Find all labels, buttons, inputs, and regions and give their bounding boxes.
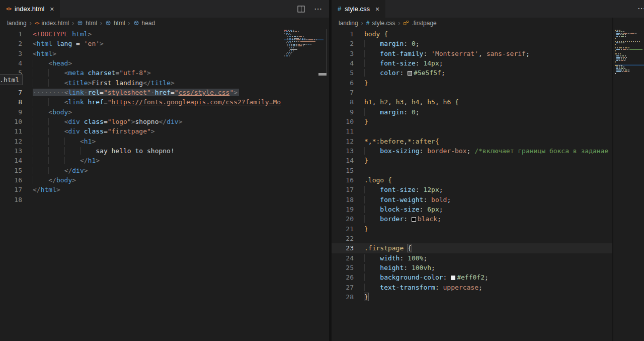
code-line[interactable]: height: 100vh; — [364, 263, 435, 272]
code-line[interactable]: margin: 0; — [364, 39, 420, 48]
minimap-segment — [288, 42, 289, 43]
code-token — [33, 98, 64, 106]
minimap-segment — [615, 30, 616, 31]
code-line[interactable]: ········<link·rel="stylesheet"·href="css… — [33, 88, 239, 97]
code-token: < — [33, 40, 37, 47]
breadcrumb-item[interactable]: landing — [7, 20, 27, 27]
code-line[interactable]: <title>First landing</title> — [33, 78, 175, 88]
code-row: 5 <meta charset="utf-8"> — [0, 68, 284, 78]
scrollbar-handle[interactable] — [318, 73, 327, 76]
breadcrumb-item[interactable]: html — [105, 20, 125, 27]
code-line[interactable]: margin: 0; — [364, 107, 420, 117]
code-token — [364, 264, 380, 271]
code-row: 2 margin: 0; — [332, 39, 612, 48]
minimap-segment — [619, 36, 620, 37]
minimap-segment — [294, 39, 295, 40]
code-token: say hello to shopno! — [96, 147, 175, 155]
code-line[interactable]: font-size: 12px; — [364, 185, 443, 194]
code-token: ; — [467, 147, 475, 155]
minimap-segment — [287, 41, 288, 42]
code-line[interactable]: <div class="firstpage"> — [33, 126, 155, 136]
code-line[interactable]: border: black; — [364, 214, 441, 224]
minimap[interactable] — [615, 29, 644, 74]
code-line[interactable]: } — [364, 156, 368, 165]
tab-index-html[interactable]: <> index.html × — [0, 0, 60, 18]
code-line[interactable]: background-color: #eff0f2; — [364, 272, 489, 282]
code-token: </ — [159, 118, 167, 125]
code-line[interactable]: box-sizing: border-box; /*включает грани… — [364, 146, 612, 156]
code-token: , — [388, 98, 396, 106]
code-token — [84, 69, 88, 77]
breadcrumb-item[interactable]: head — [133, 20, 155, 27]
code-editor[interactable]: 1<!DOCTYPE html>2<html lang = 'en'>3<htm… — [0, 29, 284, 341]
code-line[interactable]: text-transform: uppercase; — [364, 283, 482, 292]
code-line[interactable]: <h1> — [33, 137, 96, 146]
code-line[interactable]: </html> — [33, 185, 60, 194]
more-actions-icon[interactable]: ⋯ — [637, 5, 644, 13]
code-line[interactable]: } — [364, 78, 368, 88]
close-tab-icon[interactable]: × — [375, 5, 379, 13]
code-line[interactable]: font-family: 'Montserrat', sans-serif; — [364, 49, 530, 58]
minimap-segment — [621, 41, 622, 42]
code-line[interactable]: width: 100%; — [364, 253, 427, 263]
more-actions-icon[interactable]: ⋯ — [314, 5, 322, 13]
minimap-segment — [287, 52, 288, 53]
code-line[interactable]: </h1> — [33, 156, 100, 165]
code-line[interactable]: } — [364, 292, 368, 302]
minimap[interactable] — [284, 29, 324, 58]
line-number: 10 — [332, 117, 354, 126]
minimap-segment — [289, 50, 290, 51]
code-line[interactable]: <!DOCTYPE html> — [33, 29, 92, 39]
code-token: class — [84, 118, 104, 125]
minimap-segment — [293, 45, 295, 46]
code-token — [33, 167, 64, 174]
close-tab-icon[interactable]: × — [50, 5, 54, 13]
code-line[interactable]: <body> — [33, 107, 72, 117]
breadcrumb-item[interactable]: #style.css — [366, 20, 395, 27]
split-editor-icon[interactable] — [297, 6, 305, 13]
minimap-segment — [293, 47, 294, 48]
code-line[interactable]: .firstpage { — [364, 243, 412, 253]
code-line[interactable]: say hello to shopno! — [33, 146, 175, 156]
line-number: 22 — [332, 234, 354, 243]
minimap-segment — [615, 73, 616, 74]
code-line[interactable]: *,*:before,*:after{ — [364, 137, 439, 146]
code-line[interactable]: color: #5e5f5f; — [364, 68, 445, 78]
code-line[interactable]: .logo { — [364, 175, 392, 185]
code-line[interactable]: <html> — [33, 49, 56, 58]
code-line[interactable]: body { — [364, 29, 388, 39]
code-line[interactable]: } — [364, 117, 368, 126]
tab-style-css[interactable]: # style.css × — [332, 0, 385, 18]
code-editor[interactable]: 1body {2 margin: 0;3 font-family: 'Monts… — [332, 29, 612, 341]
code-row: 21} — [332, 224, 612, 234]
line-number: 10 — [0, 117, 22, 126]
code-line[interactable]: <html lang = 'en'> — [33, 39, 104, 48]
line-number: 18 — [0, 195, 22, 204]
code-line[interactable]: } — [364, 224, 368, 234]
code-line[interactable]: <div class="logo">shopno</div> — [33, 117, 182, 126]
code-line[interactable]: <head> — [33, 58, 72, 68]
code-token: > — [92, 138, 96, 145]
code-token: : — [399, 254, 408, 262]
minimap-segment — [290, 34, 291, 35]
code-line[interactable]: font-size: 14px; — [364, 58, 443, 68]
breadcrumb-item[interactable]: .firstpage — [403, 20, 436, 27]
breadcrumb-item[interactable]: <>index.html — [35, 20, 69, 27]
breadcrumb-item[interactable]: landing — [339, 20, 358, 27]
code-line[interactable]: <link href="https://fonts.googleapis.com… — [33, 97, 281, 107]
code-token: , — [368, 138, 372, 145]
breadcrumb-item[interactable]: html — [77, 20, 97, 27]
code-line[interactable]: font-weight: bold; — [364, 195, 451, 204]
code-line[interactable]: </body> — [33, 175, 76, 185]
code-row: 9 <body> — [0, 107, 284, 117]
code-line[interactable]: <meta charset="utf-8"> — [33, 68, 151, 78]
breadcrumb-label: landing — [7, 20, 27, 27]
code-token — [451, 98, 455, 106]
minimap-segment — [619, 60, 620, 61]
minimap-segment — [621, 33, 622, 34]
code-token: </ — [80, 157, 88, 164]
code-line[interactable]: h1, h2, h3, h4, h5, h6 { — [364, 97, 459, 107]
code-line[interactable]: block-size: 6px; — [364, 204, 443, 214]
code-token: > — [84, 167, 88, 174]
code-line[interactable]: </div> — [33, 166, 88, 175]
